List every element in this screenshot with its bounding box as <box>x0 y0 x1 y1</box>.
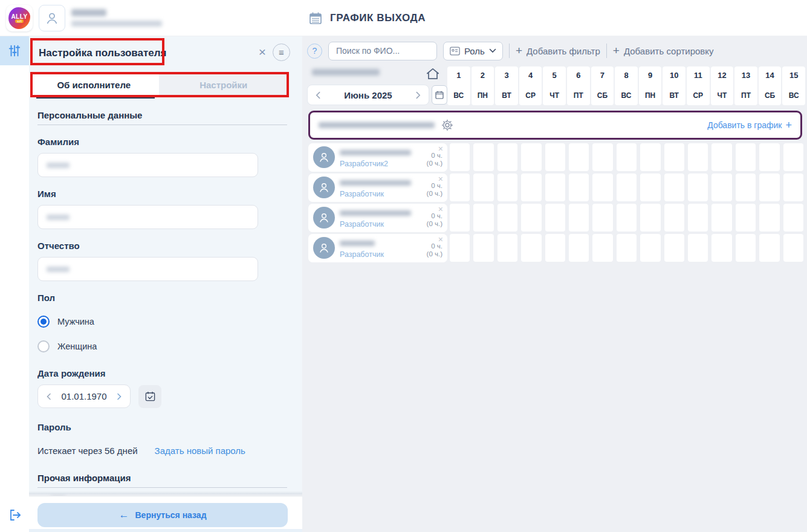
schedule-cell[interactable] <box>592 234 612 262</box>
chevron-left-icon[interactable] <box>45 393 53 400</box>
day-header-cell[interactable]: 4 СР <box>519 66 542 105</box>
add-to-schedule-button[interactable]: Добавить в график + <box>707 119 792 132</box>
gear-icon[interactable] <box>441 118 454 132</box>
schedule-cell[interactable] <box>545 143 565 171</box>
schedule-cell[interactable] <box>497 204 517 232</box>
schedule-cell[interactable] <box>736 174 756 201</box>
schedule-cell[interactable] <box>617 204 637 232</box>
schedule-cell[interactable] <box>592 204 612 232</box>
day-header-cell[interactable]: 8 ВС <box>615 66 638 105</box>
schedule-cell[interactable] <box>688 234 708 262</box>
set-new-password-link[interactable]: Задать новый пароль <box>155 446 245 456</box>
month-navigator[interactable]: Июнь 2025 <box>307 85 429 105</box>
search-input[interactable] <box>328 42 437 60</box>
rail-item-filters[interactable] <box>0 36 29 65</box>
member-card[interactable]: Разработчик2 × 0 ч. (0 ч.) <box>308 143 447 172</box>
next-month-icon[interactable] <box>414 91 422 99</box>
day-header-cell[interactable]: 11 СР <box>687 66 710 105</box>
role-filter-button[interactable]: Роль <box>443 42 503 60</box>
schedule-cell[interactable] <box>473 143 493 171</box>
schedule-cell[interactable] <box>736 204 756 232</box>
chevron-right-icon[interactable] <box>115 393 123 400</box>
day-header-cell[interactable]: 15 ВС <box>782 66 805 105</box>
schedule-cell[interactable] <box>711 143 731 171</box>
schedule-cell[interactable] <box>783 234 803 262</box>
schedule-cell[interactable] <box>450 204 470 232</box>
birthdate-calendar-button[interactable] <box>138 385 161 408</box>
user-avatar[interactable] <box>39 5 65 31</box>
schedule-cell[interactable] <box>450 234 470 262</box>
schedule-cell[interactable] <box>521 234 541 262</box>
middlename-input[interactable] <box>37 257 258 281</box>
schedule-cell[interactable] <box>497 234 517 262</box>
add-filter-button[interactable]: + Добавить фильтр <box>516 44 600 57</box>
schedule-cell[interactable] <box>783 143 803 171</box>
schedule-cell[interactable] <box>617 174 637 201</box>
day-header-cell[interactable]: 6 ПТ <box>567 66 590 105</box>
schedule-cell[interactable] <box>473 204 493 232</box>
schedule-cell[interactable] <box>640 174 660 201</box>
schedule-cell[interactable] <box>521 204 541 232</box>
add-sort-button[interactable]: + Добавить сортировку <box>613 44 714 57</box>
schedule-cell[interactable] <box>617 143 637 171</box>
firstname-input[interactable] <box>37 205 258 229</box>
day-header-cell[interactable]: 5 ЧТ <box>543 66 566 105</box>
day-header-cell[interactable]: 2 ПН <box>472 66 494 105</box>
schedule-cell[interactable] <box>711 174 731 201</box>
back-button[interactable]: ← Вернуться назад <box>37 503 288 527</box>
schedule-cell[interactable] <box>688 174 708 201</box>
schedule-cell[interactable] <box>664 234 684 262</box>
day-header-cell[interactable]: 7 СБ <box>591 66 614 105</box>
day-header-cell[interactable]: 14 СБ <box>759 66 782 105</box>
close-icon[interactable]: × <box>259 44 266 60</box>
schedule-cell[interactable] <box>688 143 708 171</box>
lastname-input[interactable] <box>37 153 258 177</box>
schedule-cell[interactable] <box>592 174 612 201</box>
schedule-cell[interactable] <box>711 204 731 232</box>
schedule-cell[interactable] <box>664 204 684 232</box>
hamburger-menu-button[interactable]: ≡ <box>273 44 290 61</box>
help-button[interactable]: ? <box>307 44 322 59</box>
schedule-cell[interactable] <box>450 143 470 171</box>
calendar-picker-button[interactable] <box>432 85 447 105</box>
schedule-cell[interactable] <box>569 234 589 262</box>
schedule-cell[interactable] <box>569 204 589 232</box>
schedule-cell[interactable] <box>592 143 612 171</box>
schedule-cell[interactable] <box>521 174 541 201</box>
schedule-cell[interactable] <box>545 174 565 201</box>
gender-option-male[interactable]: Мужчина <box>37 316 287 328</box>
day-header-cell[interactable]: 9 ПН <box>639 66 662 105</box>
schedule-cell[interactable] <box>640 204 660 232</box>
birthdate-stepper[interactable]: 01.01.1970 <box>37 384 131 408</box>
logout-button[interactable] <box>8 508 22 522</box>
schedule-cell[interactable] <box>497 174 517 201</box>
schedule-cell[interactable] <box>783 204 803 232</box>
schedule-cell[interactable] <box>640 234 660 262</box>
prev-month-icon[interactable] <box>314 91 322 99</box>
schedule-cell[interactable] <box>617 234 637 262</box>
schedule-cell[interactable] <box>664 143 684 171</box>
day-header-cell[interactable]: 1 ВС <box>447 66 470 105</box>
schedule-cell[interactable] <box>473 174 493 201</box>
schedule-cell[interactable] <box>569 143 589 171</box>
tab-settings[interactable]: Настройки <box>159 73 289 97</box>
member-card[interactable]: Разработчик × 0 ч. (0 ч.) <box>308 174 447 202</box>
schedule-cell[interactable] <box>736 143 756 171</box>
schedule-cell[interactable] <box>640 143 660 171</box>
schedule-cell[interactable] <box>521 143 541 171</box>
day-header-cell[interactable]: 12 ЧТ <box>711 66 734 105</box>
ally-logo[interactable]: ALLY soft <box>6 5 33 31</box>
schedule-cell[interactable] <box>711 234 731 262</box>
home-button[interactable] <box>425 66 441 82</box>
schedule-cell[interactable] <box>664 174 684 201</box>
schedule-cell[interactable] <box>497 143 517 171</box>
schedule-cell[interactable] <box>759 174 779 201</box>
schedule-cell[interactable] <box>545 234 565 262</box>
schedule-cell[interactable] <box>688 204 708 232</box>
schedule-cell[interactable] <box>759 234 779 262</box>
schedule-cell[interactable] <box>736 234 756 262</box>
schedule-cell[interactable] <box>473 234 493 262</box>
schedule-cell[interactable] <box>450 174 470 201</box>
tab-about-executor[interactable]: Об исполнителе <box>29 73 159 97</box>
gender-option-female[interactable]: Женщина <box>37 340 287 352</box>
